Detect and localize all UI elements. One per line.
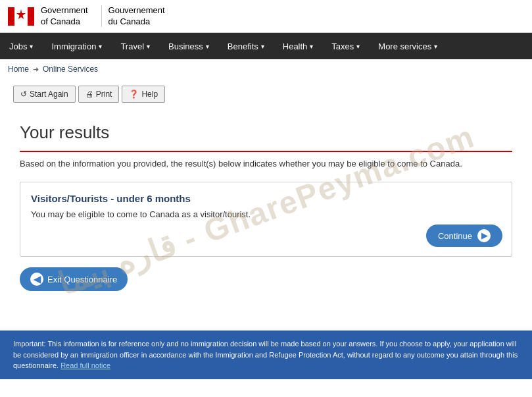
svg-rect-2 [28,7,34,26]
main-content: ↺ Start Again 🖨 Print ❓ Help قاره پیما -… [0,79,532,317]
result-box-text: You may be eligible to come to Canada as… [31,209,501,219]
chevron-down-icon: ▾ [310,43,313,50]
chevron-down-icon: ▾ [434,43,437,50]
print-icon: 🖨 [85,90,93,99]
results-container: قاره پیما - GharePeyma.com Your results … [13,116,519,304]
canada-flag-icon [8,3,34,30]
nav-item-travel[interactable]: Travel ▾ [111,33,159,59]
read-notice-link[interactable]: Read full notice [60,361,110,369]
start-again-button[interactable]: ↺ Start Again [13,86,76,103]
nav-item-benefits[interactable]: Benefits ▾ [218,33,274,59]
nav-item-health[interactable]: Health ▾ [274,33,323,59]
chevron-down-icon: ▾ [261,43,264,50]
chevron-down-icon: ▾ [206,43,209,50]
nav-item-immigration[interactable]: Immigration ▾ [42,33,111,59]
continue-button[interactable]: Continue ▶ [426,225,502,247]
exit-questionnaire-button[interactable]: ◀ Exit Questionnaire [20,267,128,291]
result-box-title: Visitors/Tourists - under 6 months [31,193,501,204]
print-button[interactable]: 🖨 Print [78,86,120,103]
svg-rect-1 [8,7,14,26]
title-divider [20,151,512,152]
nav-item-business[interactable]: Business ▾ [159,33,218,59]
refresh-icon: ↺ [20,90,27,99]
chevron-down-icon: ▾ [99,43,102,50]
nav-item-more-services[interactable]: More services ▾ [369,33,447,59]
logo-area: Governmentof Canada Gouvernementdu Canad… [8,3,165,30]
help-button[interactable]: ❓ Help [122,86,165,103]
breadcrumb: Home ➜ Online Services [0,59,532,79]
breadcrumb-home[interactable]: Home [8,65,29,74]
result-box: Visitors/Tourists - under 6 months You m… [20,182,512,257]
results-subtitle: Based on the information you provided, t… [20,159,512,169]
nav-item-taxes[interactable]: Taxes ▾ [322,33,369,59]
breadcrumb-separator: ➜ [33,65,39,74]
govt-name-en: Governmentof Canada [41,5,88,28]
breadcrumb-online-services[interactable]: Online Services [43,65,98,74]
footer: Important: This information is for refer… [0,331,532,379]
chevron-down-icon: ▾ [356,43,360,50]
continue-arrow-icon: ▶ [477,229,491,242]
main-nav: Jobs ▾ Immigration ▾ Travel ▾ Business ▾… [0,33,532,59]
nav-item-jobs[interactable]: Jobs ▾ [0,33,42,59]
govt-name-fr: Gouvernementdu Canada [101,5,165,28]
chevron-down-icon: ▾ [30,43,33,50]
chevron-down-icon: ▾ [147,43,150,50]
help-icon: ❓ [129,90,139,99]
exit-circle-icon: ◀ [30,273,43,286]
toolbar: ↺ Start Again 🖨 Print ❓ Help [13,86,519,103]
results-title: Your results [20,122,512,143]
site-header: Governmentof Canada Gouvernementdu Canad… [0,0,532,33]
